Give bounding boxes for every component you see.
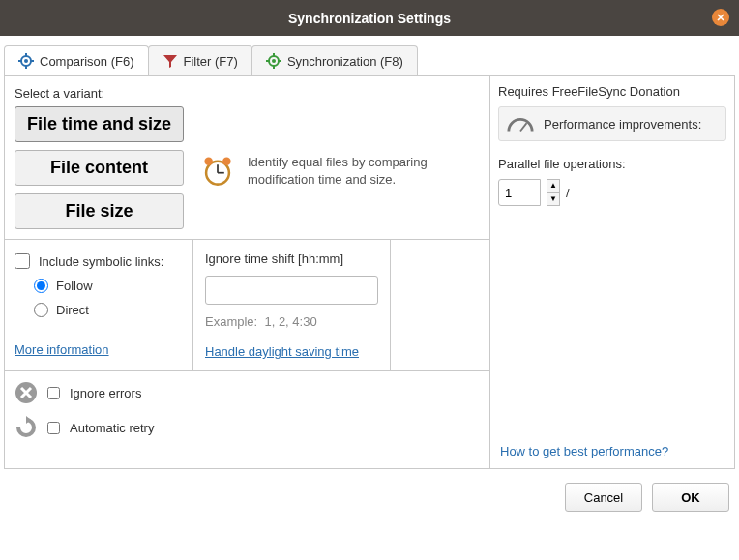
spinner-down-button[interactable]: ▼ [547,192,560,206]
auto-retry-label: Automatic retry [70,421,154,435]
performance-row: Performance improvements: [498,106,726,141]
empty-cell [391,240,489,370]
donation-label: Requires FreeFileSync Donation [498,84,726,99]
timeshift-input[interactable] [205,276,378,305]
variant-label: Select a variant: [15,86,184,101]
right-panel: Requires FreeFileSync Donation Performan… [489,76,734,468]
parallel-ops-input[interactable] [498,179,541,206]
variant-size-button[interactable]: File size [15,193,184,229]
symlink-direct-radio[interactable] [34,303,48,317]
parallel-ops-label: Parallel file operations: [498,157,726,171]
tab-bar: Comparison (F6) Filter (F7) Synchronizat… [4,45,735,76]
ignore-errors-checkbox[interactable] [47,387,60,399]
variant-description: Identify equal files by comparing modifi… [248,154,451,189]
ok-button[interactable]: OK [652,483,729,512]
tab-comparison[interactable]: Comparison (F6) [4,45,149,75]
include-symlinks-label: Include symbolic links: [39,254,163,269]
symlink-follow-label: Follow [56,279,93,293]
tab-synchronization[interactable]: Synchronization (F8) [251,45,418,75]
svg-point-15 [204,158,213,166]
tab-label: Comparison (F6) [40,54,134,69]
title-bar: Synchronization Settings [0,0,739,36]
cancel-button[interactable]: Cancel [565,483,642,512]
clock-icon [201,155,234,188]
gear-icon [18,53,34,69]
svg-point-1 [24,59,28,63]
spinner-up-button[interactable]: ▲ [547,179,560,192]
close-icon [716,13,725,22]
auto-retry-checkbox[interactable] [47,422,60,434]
svg-point-16 [222,158,231,166]
best-performance-link[interactable]: How to get best performance? [500,444,668,458]
dst-link[interactable]: Handle daylight saving time [205,344,359,359]
example-label: Example: [205,314,257,329]
left-panel: Select a variant: File time and size Fil… [5,76,489,468]
tab-label: Synchronization (F8) [287,54,403,69]
error-x-icon [15,381,38,404]
window-title: Synchronization Settings [288,11,451,26]
tab-filter[interactable]: Filter (F7) [148,45,252,75]
symlink-direct-label: Direct [56,303,89,317]
svg-point-7 [272,59,276,63]
variant-time-size-button[interactable]: File time and size [15,106,184,142]
funnel-icon [163,53,178,69]
svg-line-18 [520,123,527,131]
tab-label: Filter (F7) [184,54,238,69]
symlink-follow-radio[interactable] [34,279,48,293]
timeshift-label: Ignore time shift [hh:mm] [205,251,378,266]
ignore-errors-label: Ignore errors [70,386,141,400]
variant-content-button[interactable]: File content [15,150,184,186]
sync-gear-icon [266,53,281,69]
include-symlinks-checkbox[interactable] [15,253,30,269]
gauge-icon [507,114,534,133]
footer: Cancel OK [0,469,739,523]
example-value: 1, 2, 4:30 [264,314,316,329]
more-information-link[interactable]: More information [15,342,109,357]
close-button[interactable] [712,9,729,26]
parallel-slash: / [566,186,570,200]
performance-label: Performance improvements: [544,117,701,132]
retry-icon [15,416,38,439]
